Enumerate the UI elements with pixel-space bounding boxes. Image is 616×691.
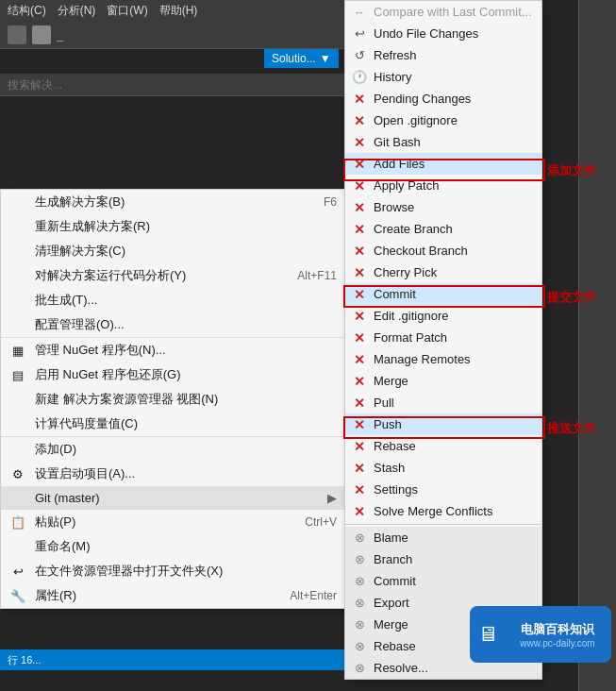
git-menu-merge[interactable]: ✕ Merge bbox=[345, 370, 541, 392]
settings-x-icon: ✕ bbox=[351, 481, 368, 498]
formatpatch-x-icon: ✕ bbox=[351, 329, 368, 346]
menu-item-codemetric[interactable]: 计算代码度量值(C) bbox=[1, 412, 348, 436]
menu-item-build-label: 生成解决方案(B) bbox=[35, 194, 125, 211]
menu-item-props[interactable]: 🔧 属性(R) Alt+Enter bbox=[1, 583, 348, 608]
paste-icon: 📋 bbox=[8, 513, 27, 531]
folder-icon: ↩ bbox=[8, 562, 27, 581]
git-menu-blame-label: Blame bbox=[374, 531, 408, 545]
menu-item-nuget[interactable]: ▦ 管理 NuGet 程序包(N)... bbox=[1, 337, 348, 362]
git-menu-commit2[interactable]: ⊗ Commit bbox=[345, 570, 541, 592]
pending-x-icon: ✕ bbox=[351, 91, 368, 108]
watermark: 🖥 电脑百科知识 www.pc-daily.com bbox=[470, 606, 611, 663]
menu-item-rename[interactable]: 重命名(M) bbox=[1, 534, 348, 559]
line-info-bar: 行 16... bbox=[0, 649, 349, 670]
watermark-computer-icon: 🖥 bbox=[477, 622, 498, 647]
right-context-menu: ↔ Compare with Last Commit... ↩ Undo Fil… bbox=[344, 0, 542, 680]
git-menu-compare[interactable]: ↔ Compare with Last Commit... bbox=[345, 1, 541, 23]
menu-item-restore[interactable]: ▤ 启用 NuGet 程序包还原(G) bbox=[1, 362, 348, 387]
git-menu-manageremotes[interactable]: ✕ Manage Remotes bbox=[345, 348, 541, 370]
git-menu-refresh[interactable]: ↺ Refresh bbox=[345, 44, 541, 66]
menu-item-add[interactable]: 添加(D) bbox=[1, 436, 348, 462]
menu-item-rebuild[interactable]: 重新生成解决方案(R) bbox=[1, 214, 348, 239]
menu-item-build[interactable]: 生成解决方案(B) F6 bbox=[1, 190, 348, 214]
git-menu-pull-label: Pull bbox=[374, 396, 394, 410]
git-menu-stash[interactable]: ✕ Stash bbox=[345, 457, 541, 479]
commit-annotation: 提交文件 bbox=[547, 289, 596, 306]
commit-x-icon: ✕ bbox=[351, 286, 368, 303]
menu-separator bbox=[345, 524, 541, 525]
undo-icon: ↩ bbox=[351, 25, 368, 42]
git-menu-pending-label: Pending Changes bbox=[374, 92, 471, 106]
git-menu-pending[interactable]: ✕ Pending Changes bbox=[345, 88, 541, 110]
git-menu-undo[interactable]: ↩ Undo File Changes bbox=[345, 23, 541, 44]
git-menu-editgitignore[interactable]: ✕ Edit .gitignore bbox=[345, 305, 541, 327]
git-menu-solvemerge-label: Solve Merge Conflicts bbox=[374, 504, 492, 518]
menu-item-batch[interactable]: 批生成(T)... bbox=[1, 288, 348, 312]
git-menu-browse[interactable]: ✕ Browse bbox=[345, 196, 541, 218]
menu-item-explorer[interactable]: 新建 解决方案资源管理器 视图(N) bbox=[1, 387, 348, 412]
menu-item-nuget-label: 管理 NuGet 程序包(N)... bbox=[35, 342, 166, 359]
menu-item-build-shortcut: F6 bbox=[324, 195, 337, 209]
git-menu-gitignore[interactable]: ✕ Open .gitignore bbox=[345, 110, 541, 131]
git-menu-gitignore-label: Open .gitignore bbox=[374, 113, 458, 127]
git-menu-pull[interactable]: ✕ Pull bbox=[345, 392, 541, 413]
menu-item-openexplorer[interactable]: ↩ 在文件资源管理器中打开文件夹(X) bbox=[1, 559, 348, 583]
git-menu-branch2[interactable]: ⊗ Branch bbox=[345, 548, 541, 570]
menu-window[interactable]: 窗口(W) bbox=[107, 3, 147, 19]
menu-item-startup-label: 设置启动项目(A)... bbox=[35, 465, 135, 482]
git-menu-cherrypick[interactable]: ✕ Cherry Pick bbox=[345, 261, 541, 283]
git-menu-history[interactable]: 🕐 History bbox=[345, 66, 541, 88]
right-panel bbox=[578, 0, 616, 691]
git-menu-rebase-label: Rebase bbox=[374, 439, 416, 453]
nuget-icon: ▦ bbox=[8, 341, 27, 360]
menu-item-rebuild-label: 重新生成解决方案(R) bbox=[35, 218, 150, 235]
menu-bar: 结构(C) 分析(N) 窗口(W) 帮助(H) bbox=[0, 0, 349, 21]
menu-help[interactable]: 帮助(H) bbox=[159, 3, 198, 19]
menu-item-paste-shortcut: Ctrl+V bbox=[305, 515, 337, 529]
git-menu-rebase[interactable]: ✕ Rebase bbox=[345, 435, 541, 457]
solution-chevron: ▼ bbox=[320, 52, 331, 65]
git-menu-settings[interactable]: ✕ Settings bbox=[345, 479, 541, 500]
menu-item-git[interactable]: Git (master) ▶ bbox=[1, 486, 348, 509]
menu-item-analyze[interactable]: 对解决方案运行代码分析(Y) Alt+F11 bbox=[1, 263, 348, 288]
menu-item-config[interactable]: 配置管理器(O)... bbox=[1, 312, 348, 337]
toolbar-separator: _ bbox=[57, 27, 63, 42]
cherrypick-x-icon: ✕ bbox=[351, 264, 368, 281]
search-input[interactable] bbox=[8, 78, 341, 92]
menu-item-explorer-label: 新建 解决方案资源管理器 视图(N) bbox=[35, 391, 218, 408]
solution-tab[interactable]: Solutio... ▼ bbox=[264, 49, 339, 68]
git-menu-cherrypick-label: Cherry Pick bbox=[374, 265, 437, 279]
git-menu-push[interactable]: ✕ Push bbox=[345, 413, 541, 435]
gear-icon: ⚙ bbox=[8, 464, 27, 483]
git-menu-checkoutbranch[interactable]: ✕ Checkout Branch bbox=[345, 240, 541, 261]
git-menu-rebase2-label: Rebase bbox=[374, 639, 416, 653]
git-menu-merge2-label: Merge bbox=[374, 617, 408, 632]
toolbar: _ bbox=[0, 21, 349, 49]
commit2-icon: ⊗ bbox=[351, 573, 368, 590]
git-menu-applypatch[interactable]: ✕ Apply Patch bbox=[345, 175, 541, 196]
git-menu-createbranch[interactable]: ✕ Create Branch bbox=[345, 218, 541, 240]
push-x-icon: ✕ bbox=[351, 416, 368, 433]
restore-icon: ▤ bbox=[8, 365, 27, 384]
git-menu-solvemerge[interactable]: ✕ Solve Merge Conflicts bbox=[345, 500, 541, 522]
menu-item-props-shortcut: Alt+Enter bbox=[290, 589, 337, 602]
git-menu-commit[interactable]: ✕ Commit bbox=[345, 283, 541, 305]
git-menu-bash[interactable]: ✕ Git Bash bbox=[345, 131, 541, 153]
menu-analyze[interactable]: 分析(N) bbox=[58, 3, 96, 19]
menu-structure[interactable]: 结构(C) bbox=[8, 3, 46, 19]
addfiles-annotation: 添加文件 bbox=[547, 162, 596, 179]
git-menu-formatpatch[interactable]: ✕ Format Patch bbox=[345, 327, 541, 348]
git-menu-checkoutbranch-label: Checkout Branch bbox=[374, 244, 468, 258]
git-menu-formatpatch-label: Format Patch bbox=[374, 330, 447, 345]
git-menu-branch2-label: Branch bbox=[374, 552, 412, 566]
stash-x-icon: ✕ bbox=[351, 460, 368, 477]
menu-item-clean[interactable]: 清理解决方案(C) bbox=[1, 239, 348, 263]
browse-x-icon: ✕ bbox=[351, 199, 368, 216]
menu-item-paste[interactable]: 📋 粘贴(P) Ctrl+V bbox=[1, 509, 348, 534]
menu-item-startup[interactable]: ⚙ 设置启动项目(A)... bbox=[1, 462, 348, 486]
git-menu-blame[interactable]: ⊗ Blame bbox=[345, 527, 541, 548]
menu-item-batch-label: 批生成(T)... bbox=[35, 292, 97, 309]
git-menu-addfiles[interactable]: ✕ Add Files bbox=[345, 153, 541, 175]
solvemerge-x-icon: ✕ bbox=[351, 503, 368, 520]
menu-item-paste-label: 粘贴(P) bbox=[35, 514, 75, 531]
